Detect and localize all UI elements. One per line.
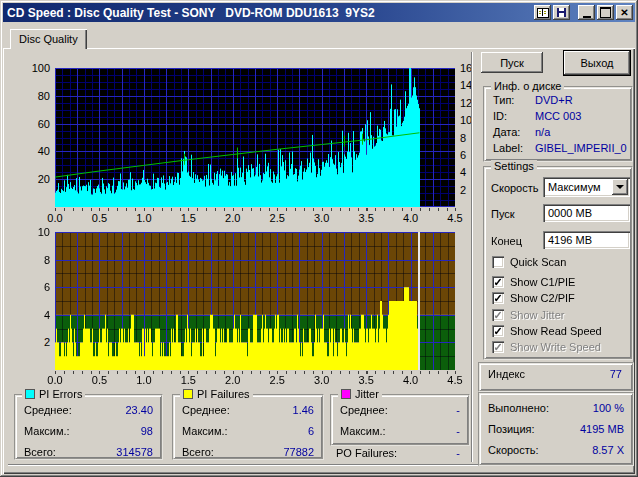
disc-info-row-id: ID:MCC 003 xyxy=(493,110,623,122)
progress-value: 8.57 X xyxy=(592,444,624,456)
pif-x-tick-4.5: 4.5 xyxy=(440,374,470,386)
maximize-icon xyxy=(600,7,611,18)
pi-errors-stats-box: PI Errors Среднее:23.40Максим.:98Всего:3… xyxy=(14,394,163,460)
progress-label: Позиция: xyxy=(488,423,535,435)
speed-combobox[interactable]: Максимум xyxy=(543,177,630,197)
po-failures-row: PO Failures: - xyxy=(336,447,460,459)
pi-failures-row-: Всего:77882 xyxy=(182,446,314,458)
pi-errors-stats-label: PI Errors xyxy=(39,388,82,400)
stat-value: 77882 xyxy=(283,446,314,458)
pif-x-tick-1.5: 1.5 xyxy=(173,374,203,386)
disc-info-title: Инф. о диске xyxy=(491,80,564,92)
index-box: Индекс 77 xyxy=(478,362,634,392)
pif-x-tick-4.0: 4.0 xyxy=(396,374,426,386)
pi-failures-chart xyxy=(55,232,455,370)
start-button-label: Пуск xyxy=(500,57,524,69)
pie-x-tick-2.0: 2.0 xyxy=(218,212,248,224)
pi-failures-row-: Максим.:6 xyxy=(182,425,314,437)
jitter-stats-box: Jitter Среднее:-Максим.:- xyxy=(330,394,470,446)
pif-x-tick-2.5: 2.5 xyxy=(262,374,292,386)
progress-row-: Выполнено:100 % xyxy=(488,402,624,414)
pie-x-tick-4.5: 4.5 xyxy=(440,212,470,224)
report-button[interactable] xyxy=(534,5,551,20)
tab-disc-quality[interactable]: Disc Quality xyxy=(10,29,87,49)
minimize-icon xyxy=(583,16,591,18)
save-button[interactable] xyxy=(553,5,570,20)
stat-label: Среднее: xyxy=(182,404,230,416)
maximize-button[interactable] xyxy=(597,5,614,20)
pif-x-tick-0.0: 0.0 xyxy=(40,374,70,386)
end-position-input[interactable]: 4196 MB xyxy=(543,231,630,249)
pi-failures-legend-swatch xyxy=(183,389,193,399)
progress-box: Выполнено:100 %Позиция:4195 MBСкорость:8… xyxy=(478,392,634,466)
checkbox-show-c1-pie[interactable]: ✓Show C1/PIE xyxy=(492,276,575,288)
disc-info-row-: Дата:n/a xyxy=(493,126,623,138)
speed-label: Скорость xyxy=(491,182,539,194)
pie-yleft-tick-100: 100 xyxy=(24,62,50,74)
start-position-value: 0000 MB xyxy=(548,207,592,219)
po-failures-label: PO Failures: xyxy=(336,447,397,459)
jitter-row-: Среднее:- xyxy=(340,404,460,416)
minimize-button[interactable] xyxy=(578,5,595,20)
start-button[interactable]: Пуск xyxy=(481,52,543,73)
pif-yleft-tick-10: 10 xyxy=(24,226,50,238)
titlebar-buttons: ✕ xyxy=(534,5,635,20)
speed-combobox-button[interactable] xyxy=(612,179,628,195)
jitter-row-: Максим.:- xyxy=(340,425,460,437)
stat-value: 6 xyxy=(308,425,314,437)
disc-info-value: GIBEL_IMPERII_0 xyxy=(535,142,627,154)
checkbox-show-c2-pif[interactable]: ✓Show C2/PIF xyxy=(492,292,575,304)
pif-x-tick-3.0: 3.0 xyxy=(307,374,337,386)
disc-info-label: Тип: xyxy=(493,94,514,106)
checkbox-box-show-c1-pie[interactable]: ✓ xyxy=(492,276,504,288)
pi-failures-stats-title: PI Failures xyxy=(180,388,253,400)
pie-yright-tick-6: 6 xyxy=(460,149,466,161)
exit-button[interactable]: Выход xyxy=(563,50,631,76)
checkbox-box-show-write-speed: ✓ xyxy=(492,341,504,353)
settings-groupbox: Settings Скорость Максимум Пуск 0000 MB … xyxy=(483,166,633,360)
stat-label: Всего: xyxy=(182,446,214,458)
pie-yleft-tick-20: 20 xyxy=(24,173,50,185)
exit-button-label: Выход xyxy=(581,57,614,69)
checkbox-label: Quick Scan xyxy=(510,256,566,268)
save-icon xyxy=(557,8,566,17)
pif-yleft-tick-8: 8 xyxy=(24,254,50,266)
stat-value: - xyxy=(456,404,460,416)
pie-yleft-tick-40: 40 xyxy=(24,145,50,157)
po-failures-value: - xyxy=(456,447,460,459)
pif-yleft-tick-6: 6 xyxy=(24,281,50,293)
checkbox-show-jitter: ✓Show Jitter xyxy=(492,309,564,321)
disc-info-label: ID: xyxy=(493,110,507,122)
start-position-label: Пуск xyxy=(491,208,515,220)
stat-label: Всего: xyxy=(24,446,56,458)
vertical-separator xyxy=(471,52,473,462)
disc-info-label: Label: xyxy=(493,142,523,154)
pi-errors-row-: Максим.:98 xyxy=(24,425,153,437)
progress-row-: Скорость:8.57 X xyxy=(488,444,624,456)
checkbox-show-read-speed[interactable]: ✓Show Read Speed xyxy=(492,325,602,337)
end-position-value: 4196 MB xyxy=(548,234,592,246)
close-button[interactable]: ✕ xyxy=(616,5,633,20)
disc-info-row-label: Label:GIBEL_IMPERII_0 xyxy=(493,142,623,154)
start-position-input[interactable]: 0000 MB xyxy=(543,204,630,222)
checkbox-show-write-speed: ✓Show Write Speed xyxy=(492,341,601,353)
pie-x-tick-0.5: 0.5 xyxy=(84,212,114,224)
checkbox-quick-scan[interactable]: Quick Scan xyxy=(492,256,566,268)
title-bar[interactable]: CD Speed : Disc Quality Test - SONY DVD-… xyxy=(3,3,635,22)
pi-errors-stats-title: PI Errors xyxy=(22,388,85,400)
checkbox-box-quick-scan[interactable] xyxy=(492,256,504,268)
stat-value: 314578 xyxy=(116,446,153,458)
checkbox-box-show-read-speed[interactable]: ✓ xyxy=(492,325,504,337)
pi-failures-stats-box: PI Failures Среднее:1.46Максим.:6Всего:7… xyxy=(172,394,324,460)
close-icon: ✕ xyxy=(620,8,628,18)
checkbox-label: Show Write Speed xyxy=(510,341,601,353)
stat-label: Среднее: xyxy=(24,404,72,416)
stat-value: 1.46 xyxy=(293,404,314,416)
progress-label: Выполнено: xyxy=(488,402,549,414)
checkbox-box-show-c2-pif[interactable]: ✓ xyxy=(492,292,504,304)
checkbox-box-show-jitter: ✓ xyxy=(492,309,504,321)
pif-x-tick-3.5: 3.5 xyxy=(351,374,381,386)
window-title: CD Speed : Disc Quality Test - SONY DVD-… xyxy=(3,6,534,20)
chevron-down-icon xyxy=(616,185,624,189)
stat-label: Максим.: xyxy=(340,425,386,437)
